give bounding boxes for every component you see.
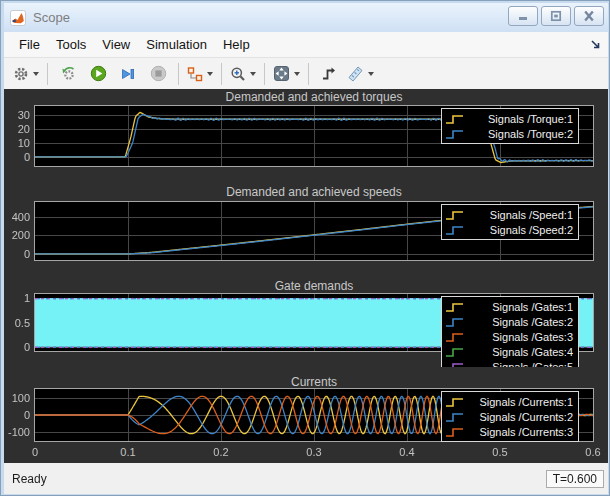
zoom-button[interactable] bbox=[228, 62, 258, 86]
dropdown-caret-icon bbox=[294, 72, 300, 76]
x-tick-label: 0.6 bbox=[579, 446, 607, 458]
legend-entry: Signals /Gates:3 bbox=[445, 329, 573, 344]
dock-arrow-icon[interactable] bbox=[590, 39, 601, 50]
legend[interactable]: Signals /Currents:1Signals /Currents:2Si… bbox=[441, 391, 579, 442]
zoom-in-icon bbox=[230, 66, 246, 82]
legend-line-icon bbox=[445, 330, 465, 344]
signal-selector-button[interactable] bbox=[185, 62, 215, 86]
y-tick-label: 0 bbox=[4, 151, 30, 163]
titlebar[interactable]: Scope bbox=[4, 3, 608, 32]
legend-entry: Signals /Gates:4 bbox=[445, 344, 573, 359]
y-tick-label: 0 bbox=[4, 248, 30, 260]
toolbar-separator bbox=[47, 63, 48, 85]
y-tick-label: 100 bbox=[4, 392, 30, 404]
x-tick-label: 0 bbox=[21, 446, 49, 458]
legend-line-icon bbox=[445, 127, 465, 141]
status-text: Ready bbox=[12, 472, 47, 486]
legend-line-icon bbox=[445, 410, 465, 424]
legend-line-icon bbox=[445, 223, 465, 237]
restore-button[interactable] bbox=[541, 6, 571, 26]
menu-help[interactable]: Help bbox=[215, 33, 258, 56]
legend[interactable]: Signals /Speed:1Signals /Speed:2 bbox=[441, 204, 579, 240]
legend-line-icon bbox=[445, 300, 465, 314]
gear-icon bbox=[13, 66, 29, 82]
menu-file[interactable]: File bbox=[11, 33, 48, 56]
run-button[interactable] bbox=[84, 62, 112, 86]
close-button[interactable] bbox=[574, 6, 604, 26]
x-tick-label: 0.4 bbox=[393, 446, 421, 458]
cursor-measurements-button[interactable] bbox=[345, 62, 376, 86]
plot-torques: Signals /Torque:1Signals /Torque:2 bbox=[34, 105, 594, 167]
legend-line-icon bbox=[445, 208, 465, 222]
legend-line-icon bbox=[445, 112, 465, 126]
settings-button[interactable] bbox=[11, 62, 41, 86]
matlab-scope-app-icon bbox=[10, 10, 26, 26]
step-back-icon bbox=[60, 66, 77, 82]
minimize-button[interactable] bbox=[508, 6, 538, 26]
dropdown-caret-icon bbox=[33, 72, 39, 76]
x-tick-label: 0.5 bbox=[486, 446, 514, 458]
legend-line-icon bbox=[445, 360, 465, 368]
legend-entry-label: Signals /Speed:1 bbox=[465, 209, 573, 221]
legend-entry-label: Signals /Gates:4 bbox=[465, 346, 573, 358]
dropdown-caret-icon bbox=[207, 72, 213, 76]
toolbar-separator bbox=[308, 63, 309, 85]
legend-entry-label: Signals /Gates:2 bbox=[465, 316, 573, 328]
y-tick-label: 1 bbox=[4, 292, 30, 304]
dropdown-caret-icon bbox=[250, 72, 256, 76]
legend-entry-label: Signals /Torque:1 bbox=[465, 113, 573, 125]
legend-entry: Signals /Currents:1 bbox=[445, 394, 573, 409]
y-tick-label: 400 bbox=[4, 211, 30, 223]
step-forward-icon bbox=[120, 66, 136, 82]
toolbar-separator bbox=[264, 63, 265, 85]
ruler-icon bbox=[347, 65, 364, 82]
legend[interactable]: Signals /Torque:1Signals /Torque:2 bbox=[441, 108, 579, 144]
step-back-button[interactable] bbox=[54, 62, 82, 86]
x-tick-label: 0.1 bbox=[114, 446, 142, 458]
legend[interactable]: Signals /Gates:1Signals /Gates:2Signals … bbox=[441, 296, 579, 367]
legend-entry: Signals /Gates:5 bbox=[445, 359, 573, 367]
signal-selector-icon bbox=[187, 66, 203, 82]
legend-entry-label: Signals /Speed:2 bbox=[465, 224, 573, 236]
y-tick-label: 200 bbox=[4, 229, 30, 241]
toolbar bbox=[4, 58, 608, 89]
plot-title-gates: Gate demands bbox=[34, 280, 594, 293]
x-tick-label: 0.3 bbox=[300, 446, 328, 458]
plot-speeds: Signals /Speed:1Signals /Speed:2 bbox=[34, 201, 594, 261]
menu-view[interactable]: View bbox=[94, 33, 138, 56]
simulation-time: T=0.600 bbox=[546, 470, 604, 488]
menu-tools[interactable]: Tools bbox=[48, 33, 94, 56]
menu-simulation[interactable]: Simulation bbox=[138, 33, 215, 56]
legend-entry-label: Signals /Currents:2 bbox=[465, 411, 573, 423]
fit-to-view-icon bbox=[273, 65, 290, 82]
stop-icon bbox=[150, 65, 167, 82]
toolbar-separator bbox=[221, 63, 222, 85]
minimize-icon bbox=[516, 10, 530, 22]
stop-button[interactable] bbox=[144, 62, 172, 86]
legend-entry: Signals /Speed:2 bbox=[445, 222, 573, 237]
legend-line-icon bbox=[445, 315, 465, 329]
legend-entry: Signals /Gates:1 bbox=[445, 299, 573, 314]
legend-entry-label: Signals /Gates:5 bbox=[465, 361, 573, 368]
y-tick-label: 0 bbox=[4, 341, 30, 353]
y-tick-label: 30 bbox=[4, 109, 30, 121]
step-forward-button[interactable] bbox=[114, 62, 142, 86]
y-tick-label: 0 bbox=[4, 409, 30, 421]
window-controls bbox=[508, 6, 604, 26]
triggers-button[interactable] bbox=[315, 62, 343, 86]
y-tick-label: -100 bbox=[4, 426, 30, 438]
legend-entry: Signals /Speed:1 bbox=[445, 207, 573, 222]
x-tick-label: 0.2 bbox=[207, 446, 235, 458]
y-tick-label: 20 bbox=[4, 123, 30, 135]
toolbar-separator bbox=[178, 63, 179, 85]
dropdown-caret-icon bbox=[368, 72, 374, 76]
window-title: Scope bbox=[33, 10, 70, 25]
plot-title-torques: Demanded and achieved torques bbox=[34, 91, 594, 104]
plot-title-speeds: Demanded and achieved speeds bbox=[34, 186, 594, 199]
legend-entry: Signals /Torque:2 bbox=[445, 126, 573, 141]
y-tick-label: 10 bbox=[4, 137, 30, 149]
trigger-icon bbox=[321, 66, 337, 82]
plot-currents: Signals /Currents:1Signals /Currents:2Si… bbox=[34, 388, 594, 442]
statusbar: Ready T=0.600 bbox=[4, 463, 608, 494]
fit-to-view-button[interactable] bbox=[271, 62, 302, 86]
